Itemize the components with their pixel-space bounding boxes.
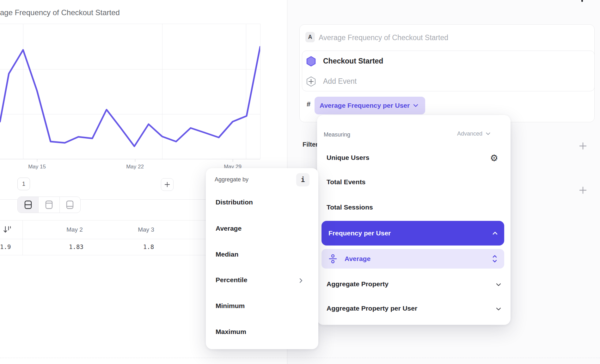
menu-item-average[interactable]: Average — [216, 225, 242, 232]
measuring-menu-title: Measuring — [324, 131, 350, 138]
gear-icon[interactable]: ⚙ — [490, 153, 498, 163]
table-header[interactable]: May 3 — [130, 220, 162, 239]
axis-tick — [135, 159, 135, 162]
bottom-view-icon — [66, 200, 74, 209]
plus-icon — [579, 186, 587, 194]
table-border — [0, 255, 212, 255]
bottom-boundary-line — [0, 358, 600, 358]
menu-item-maximum[interactable]: Maximum — [216, 328, 246, 336]
info-button[interactable]: i — [296, 173, 309, 186]
view-toggle-chart-and-table[interactable] — [18, 197, 39, 213]
table-cell: 1.8 — [133, 239, 164, 255]
aggregate-by-menu — [206, 168, 318, 349]
chevron-right-icon — [299, 278, 303, 283]
line-chart[interactable] — [0, 24, 260, 159]
interval-value: 1 — [22, 181, 25, 187]
plus-icon — [579, 142, 587, 150]
top-view-icon — [45, 200, 53, 209]
menu-item-median[interactable]: Median — [216, 251, 238, 258]
table-header[interactable]: May 2 — [59, 220, 90, 239]
chevron-down-icon — [486, 132, 491, 136]
measurement-chip[interactable]: Average Frequency per User — [315, 97, 425, 114]
add-filter-button[interactable] — [578, 141, 588, 151]
measure-prefix: # — [307, 100, 310, 108]
info-icon: i — [301, 176, 305, 184]
menu-item-percentile[interactable]: Percentile — [216, 276, 247, 284]
menu-item-frequency-per-user-selected[interactable]: Frequency per User — [321, 221, 504, 246]
menu-item-average-selected[interactable]: Average — [321, 249, 504, 269]
axis-tick — [233, 159, 233, 162]
aggregate-menu-title: Aggregate by — [215, 176, 248, 183]
chevron-down-icon[interactable] — [496, 283, 501, 287]
series-line — [0, 47, 260, 146]
series-badge: A — [305, 32, 315, 42]
chevron-down-icon[interactable] — [496, 307, 501, 311]
event-hexagon-icon — [305, 56, 317, 67]
event-name[interactable]: Checkout Started — [323, 56, 383, 66]
selected-item-label: Frequency per User — [328, 221, 391, 246]
table-border — [0, 239, 212, 239]
add-metric-button-clipped[interactable] — [581, 0, 583, 2]
menu-item-aggregate-property-per-user[interactable]: Aggregate Property per User — [327, 305, 417, 312]
advanced-label: Advanced — [457, 130, 482, 137]
advanced-mode-toggle[interactable]: Advanced — [457, 130, 491, 137]
analytics-app: age Frequency of Checkout Started May 15… — [0, 0, 600, 364]
chevron-up-icon — [492, 231, 498, 235]
sub-item-label: Average — [345, 249, 370, 269]
split-view-icon — [24, 200, 32, 209]
average-divide-icon — [328, 254, 339, 264]
menu-item-minimum[interactable]: Minimum — [216, 302, 245, 310]
sort-icon[interactable] — [3, 226, 12, 235]
view-toggle-table-only[interactable] — [60, 197, 80, 213]
menu-item-distribution[interactable]: Distribution — [216, 198, 253, 206]
table-cell: 1.83 — [60, 239, 92, 255]
metric-section-title: Metric — [303, 0, 373, 2]
axis-tick — [37, 159, 37, 162]
add-event-label[interactable]: Add Event — [323, 76, 357, 86]
interval-input[interactable]: 1 — [17, 178, 30, 190]
x-tick-label: May 15 — [24, 164, 50, 170]
view-toggle-chart-only[interactable] — [39, 197, 59, 213]
add-event-icon[interactable] — [305, 76, 317, 87]
menu-item-unique-users[interactable]: Unique Users — [327, 154, 369, 161]
add-breakdown-button[interactable] — [578, 185, 588, 195]
up-down-chevrons-icon — [492, 254, 497, 263]
measuring-menu — [317, 115, 511, 325]
x-tick-label: May 22 — [122, 164, 148, 170]
metric-name-placeholder[interactable]: Average Frequency of Checkout Started — [319, 33, 448, 42]
table-cell-clipped: 1.9 — [0, 239, 15, 255]
menu-item-total-sessions[interactable]: Total Sessions — [327, 203, 373, 211]
table-column-divider — [22, 220, 23, 255]
menu-item-aggregate-property[interactable]: Aggregate Property — [327, 280, 389, 288]
plus-icon — [164, 181, 171, 188]
table-border — [0, 220, 212, 221]
measurement-chip-label: Average Frequency per User — [320, 102, 410, 109]
chart-title: age Frequency of Checkout Started — [0, 8, 120, 17]
x-axis — [0, 159, 260, 159]
menu-item-total-events[interactable]: Total Events — [327, 178, 365, 186]
view-toggle — [17, 197, 81, 213]
chevron-down-icon — [413, 104, 419, 107]
add-column-button[interactable] — [161, 178, 174, 191]
